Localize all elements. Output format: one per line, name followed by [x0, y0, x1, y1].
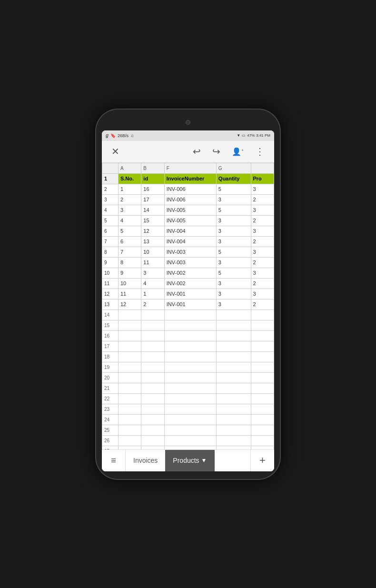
- cell-27-h[interactable]: [251, 446, 274, 449]
- cell-1-b[interactable]: id: [141, 173, 164, 184]
- cell-4-f[interactable]: INV-005: [164, 205, 216, 215]
- cell-16-a[interactable]: [118, 330, 141, 341]
- cell-24-f[interactable]: [164, 414, 216, 425]
- cell-12-h[interactable]: 3: [251, 289, 274, 299]
- cell-6-b[interactable]: 12: [141, 226, 164, 236]
- cell-12-f[interactable]: INV-001: [164, 289, 216, 299]
- cell-8-g[interactable]: 5: [216, 247, 251, 257]
- cell-5-g[interactable]: 3: [216, 215, 251, 226]
- cell-3-b[interactable]: 17: [141, 194, 164, 205]
- cell-14-a[interactable]: [118, 309, 141, 320]
- cell-16-f[interactable]: [164, 330, 216, 341]
- cell-8-a[interactable]: 7: [118, 247, 141, 257]
- cell-3-f[interactable]: INV-006: [164, 194, 216, 205]
- cell-10-a[interactable]: 9: [118, 268, 141, 278]
- cell-9-f[interactable]: INV-003: [164, 257, 216, 268]
- cell-13-b[interactable]: 2: [141, 299, 164, 309]
- cell-18-g[interactable]: [216, 351, 251, 362]
- cell-5-a[interactable]: 4: [118, 215, 141, 226]
- cell-4-b[interactable]: 14: [141, 205, 164, 215]
- cell-19-f[interactable]: [164, 362, 216, 372]
- cell-21-a[interactable]: [118, 383, 141, 393]
- undo-button[interactable]: ↩: [191, 144, 203, 159]
- close-button[interactable]: ✕: [109, 144, 121, 159]
- cell-24-b[interactable]: [141, 414, 164, 425]
- cell-2-g[interactable]: 5: [216, 184, 251, 194]
- cell-21-f[interactable]: [164, 383, 216, 393]
- invoices-tab[interactable]: Invoices: [126, 450, 165, 471]
- cell-2-h[interactable]: 3: [251, 184, 274, 194]
- cell-22-b[interactable]: [141, 393, 164, 404]
- cell-6-f[interactable]: INV-004: [164, 226, 216, 236]
- cell-19-a[interactable]: [118, 362, 141, 372]
- cell-17-h[interactable]: [251, 341, 274, 351]
- cell-25-g[interactable]: [216, 425, 251, 435]
- add-sheet-button[interactable]: +: [250, 450, 274, 471]
- cell-7-g[interactable]: 3: [216, 236, 251, 247]
- spreadsheet-container[interactable]: A B F G 1 S.No. id InvoiceNumber Quantit…: [102, 163, 274, 449]
- cell-5-h[interactable]: 2: [251, 215, 274, 226]
- cell-26-h[interactable]: [251, 435, 274, 446]
- cell-8-f[interactable]: INV-003: [164, 247, 216, 257]
- cell-23-b[interactable]: [141, 404, 164, 414]
- cell-2-b[interactable]: 16: [141, 184, 164, 194]
- cell-21-g[interactable]: [216, 383, 251, 393]
- cell-15-a[interactable]: [118, 320, 141, 330]
- cell-22-g[interactable]: [216, 393, 251, 404]
- cell-20-h[interactable]: [251, 372, 274, 383]
- cell-26-b[interactable]: [141, 435, 164, 446]
- cell-21-h[interactable]: [251, 383, 274, 393]
- add-person-button[interactable]: 👤+: [230, 145, 246, 158]
- cell-18-f[interactable]: [164, 351, 216, 362]
- cell-9-b[interactable]: 11: [141, 257, 164, 268]
- cell-13-h[interactable]: 2: [251, 299, 274, 309]
- cell-18-a[interactable]: [118, 351, 141, 362]
- cell-14-f[interactable]: [164, 309, 216, 320]
- cell-2-f[interactable]: INV-006: [164, 184, 216, 194]
- cell-14-g[interactable]: [216, 309, 251, 320]
- cell-1-a[interactable]: S.No.: [118, 173, 141, 184]
- col-header-b[interactable]: B: [141, 163, 164, 173]
- cell-11-a[interactable]: 10: [118, 278, 141, 289]
- cell-11-h[interactable]: 2: [251, 278, 274, 289]
- cell-9-g[interactable]: 3: [216, 257, 251, 268]
- cell-22-a[interactable]: [118, 393, 141, 404]
- cell-11-g[interactable]: 3: [216, 278, 251, 289]
- cell-24-g[interactable]: [216, 414, 251, 425]
- cell-7-h[interactable]: 2: [251, 236, 274, 247]
- cell-23-a[interactable]: [118, 404, 141, 414]
- cell-20-a[interactable]: [118, 372, 141, 383]
- cell-16-b[interactable]: [141, 330, 164, 341]
- cell-16-h[interactable]: [251, 330, 274, 341]
- cell-12-b[interactable]: 1: [141, 289, 164, 299]
- cell-20-b[interactable]: [141, 372, 164, 383]
- cell-10-f[interactable]: INV-002: [164, 268, 216, 278]
- cell-17-g[interactable]: [216, 341, 251, 351]
- cell-25-b[interactable]: [141, 425, 164, 435]
- cell-18-h[interactable]: [251, 351, 274, 362]
- cell-17-b[interactable]: [141, 341, 164, 351]
- cell-5-b[interactable]: 15: [141, 215, 164, 226]
- nav-menu-button[interactable]: ≡: [102, 450, 126, 471]
- cell-12-a[interactable]: 11: [118, 289, 141, 299]
- cell-13-a[interactable]: 12: [118, 299, 141, 309]
- cell-27-f[interactable]: [164, 446, 216, 449]
- cell-15-g[interactable]: [216, 320, 251, 330]
- cell-27-a[interactable]: [118, 446, 141, 449]
- col-header-g[interactable]: G: [216, 163, 251, 173]
- cell-1-h[interactable]: Pro: [251, 173, 274, 184]
- cell-10-h[interactable]: 3: [251, 268, 274, 278]
- cell-8-h[interactable]: 3: [251, 247, 274, 257]
- cell-24-a[interactable]: [118, 414, 141, 425]
- cell-4-h[interactable]: 3: [251, 205, 274, 215]
- cell-23-h[interactable]: [251, 404, 274, 414]
- cell-7-f[interactable]: INV-004: [164, 236, 216, 247]
- cell-1-g[interactable]: Quantity: [216, 173, 251, 184]
- cell-14-h[interactable]: [251, 309, 274, 320]
- cell-10-b[interactable]: 3: [141, 268, 164, 278]
- cell-8-b[interactable]: 10: [141, 247, 164, 257]
- cell-26-g[interactable]: [216, 435, 251, 446]
- cell-22-h[interactable]: [251, 393, 274, 404]
- cell-14-b[interactable]: [141, 309, 164, 320]
- cell-27-g[interactable]: [216, 446, 251, 449]
